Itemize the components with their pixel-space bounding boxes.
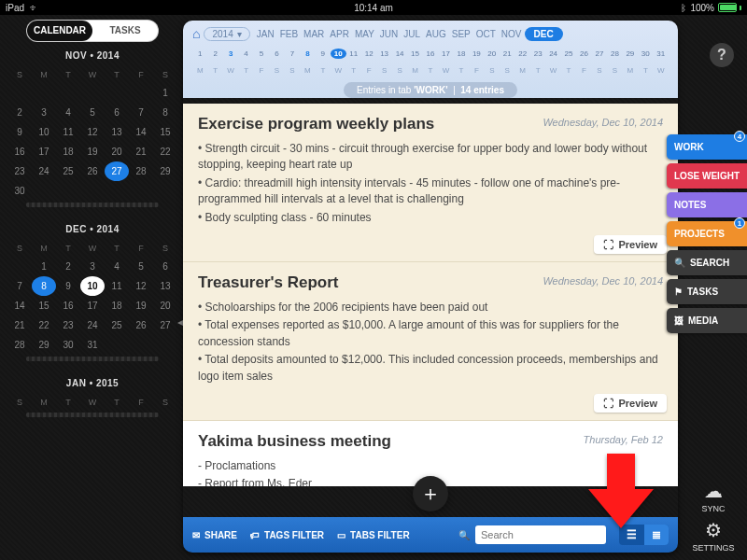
mini-day-cell[interactable]: 16 — [56, 296, 80, 315]
mini-day-cell[interactable]: 12 — [129, 276, 153, 296]
day-number[interactable]: 9 — [316, 49, 331, 59]
mini-day-cell[interactable]: 4 — [56, 103, 80, 122]
mini-day-cell[interactable]: 26 — [129, 315, 153, 335]
mini-day-cell[interactable]: 25 — [56, 161, 80, 181]
mini-day-cell[interactable]: 6 — [105, 103, 129, 122]
mini-day-cell[interactable]: 4 — [105, 257, 129, 276]
tags-filter-button[interactable]: 🏷TAGS FILTER — [250, 530, 324, 540]
month-tab[interactable]: JUL — [401, 27, 423, 41]
day-number[interactable]: 25 — [561, 49, 576, 59]
mini-day-cell[interactable]: 5 — [129, 257, 153, 276]
right-tab[interactable]: 🖼MEDIA — [667, 308, 747, 333]
mini-day-cell[interactable]: 8 — [32, 276, 56, 296]
right-tab[interactable]: ⚑TASKS — [667, 279, 747, 304]
mini-day-cell[interactable]: 1 — [153, 83, 177, 103]
day-number[interactable]: 2 — [207, 49, 222, 59]
search-input[interactable] — [475, 525, 606, 544]
mini-day-cell[interactable]: 5 — [80, 103, 105, 122]
sync-button[interactable]: ☁SYNC — [685, 480, 741, 513]
share-button[interactable]: ✉SHARE — [192, 530, 237, 540]
entries-list[interactable]: Exercise program weekly plansWednesday, … — [183, 104, 678, 486]
mini-day-cell[interactable]: 2 — [56, 257, 80, 276]
day-number[interactable]: 6 — [269, 49, 284, 59]
mini-day-cell[interactable]: 1 — [32, 257, 56, 276]
day-number[interactable]: 4 — [238, 49, 253, 59]
mini-day-cell[interactable]: 20 — [153, 296, 177, 315]
month-tab[interactable]: FEB — [277, 27, 301, 41]
mini-day-cell[interactable]: 24 — [32, 161, 56, 181]
mini-day-cell[interactable]: 30 — [7, 181, 32, 201]
mini-day-cell[interactable]: 27 — [105, 161, 129, 181]
mini-day-cell[interactable]: 21 — [7, 315, 32, 335]
mini-day-cell[interactable]: 25 — [105, 315, 129, 335]
mini-day-cell[interactable]: 10 — [80, 276, 105, 296]
mini-day-cell[interactable]: 27 — [153, 315, 177, 335]
search-icon[interactable]: 🔍 — [458, 530, 470, 540]
day-number[interactable]: 3 — [223, 49, 238, 59]
mini-day-cell[interactable]: 6 — [153, 257, 177, 276]
mini-day-cell[interactable]: 9 — [7, 122, 32, 142]
mini-day-cell[interactable]: 16 — [7, 142, 32, 161]
toggle-tasks[interactable]: TASKS — [92, 21, 158, 41]
day-number[interactable]: 28 — [607, 49, 622, 59]
mini-day-cell[interactable]: 23 — [56, 315, 80, 335]
right-tab[interactable]: PROJECTS1 — [667, 221, 747, 246]
day-number[interactable]: 15 — [407, 49, 422, 59]
day-number[interactable]: 20 — [485, 49, 500, 59]
entry-card[interactable]: Exercise program weekly plansWednesday, … — [183, 104, 678, 262]
day-number[interactable]: 19 — [469, 49, 484, 59]
mini-day-cell[interactable]: 21 — [129, 142, 153, 161]
mini-day-cell[interactable]: 17 — [80, 296, 105, 315]
day-number[interactable]: 5 — [254, 49, 269, 59]
mini-day-cell[interactable]: 13 — [105, 122, 129, 142]
mini-day-cell[interactable]: 11 — [56, 122, 80, 142]
day-number[interactable]: 24 — [545, 49, 560, 59]
month-tab[interactable]: JAN — [254, 27, 277, 41]
day-number[interactable]: 8 — [300, 49, 315, 59]
mini-day-cell[interactable]: 22 — [32, 315, 56, 335]
help-button[interactable]: ? — [710, 43, 734, 67]
mini-day-cell[interactable]: 12 — [80, 122, 105, 142]
mini-day-cell[interactable]: 15 — [153, 122, 177, 142]
add-entry-button[interactable]: ＋ — [413, 476, 448, 511]
month-tab[interactable]: AUG — [423, 27, 449, 41]
mini-day-cell[interactable]: 10 — [32, 122, 56, 142]
mini-day-cell[interactable]: 26 — [80, 161, 105, 181]
day-number[interactable]: 29 — [623, 49, 638, 59]
month-tab[interactable]: APR — [327, 27, 352, 41]
day-number[interactable]: 10 — [331, 49, 345, 59]
mini-day-cell[interactable]: 9 — [56, 276, 80, 296]
mini-day-cell[interactable]: 15 — [32, 296, 56, 315]
mini-day-cell[interactable]: 8 — [153, 103, 177, 122]
preview-button[interactable]: ⛶Preview — [594, 394, 667, 413]
day-number[interactable]: 21 — [500, 49, 514, 59]
toggle-calendar[interactable]: CALENDAR — [27, 21, 92, 41]
mini-day-cell[interactable]: 13 — [153, 276, 177, 296]
day-number[interactable]: 13 — [376, 49, 391, 59]
day-number[interactable]: 17 — [438, 49, 453, 59]
mini-day-cell[interactable]: 28 — [7, 335, 32, 355]
mini-day-cell[interactable]: 29 — [32, 335, 56, 355]
mini-day-cell[interactable]: 14 — [129, 122, 153, 142]
mini-day-cell[interactable]: 3 — [80, 257, 105, 276]
mini-day-cell[interactable]: 20 — [105, 142, 129, 161]
month-tab[interactable]: MAY — [352, 27, 377, 41]
mini-day-cell[interactable]: 3 — [32, 103, 56, 122]
mini-day-cell[interactable]: 24 — [80, 315, 105, 335]
mini-day-cell[interactable]: 19 — [80, 142, 105, 161]
mini-day-cell[interactable]: 19 — [129, 296, 153, 315]
day-number[interactable]: 14 — [392, 49, 407, 59]
preview-button[interactable]: ⛶Preview — [594, 235, 667, 254]
day-number[interactable]: 30 — [638, 49, 653, 59]
day-number[interactable]: 16 — [423, 49, 438, 59]
year-picker[interactable]: 2014▾ — [204, 27, 249, 41]
mini-day-cell[interactable]: 31 — [80, 335, 105, 355]
mini-day-cell[interactable]: 2 — [7, 103, 32, 122]
mini-day-cell[interactable]: 18 — [105, 296, 129, 315]
mini-day-cell[interactable]: 7 — [7, 276, 32, 296]
month-tab[interactable]: OCT — [473, 27, 499, 41]
mini-day-cell[interactable]: 29 — [153, 161, 177, 181]
right-tab[interactable]: LOSE WEIGHT — [667, 163, 747, 189]
day-number[interactable]: 1 — [192, 49, 207, 59]
day-number[interactable]: 12 — [361, 49, 376, 59]
